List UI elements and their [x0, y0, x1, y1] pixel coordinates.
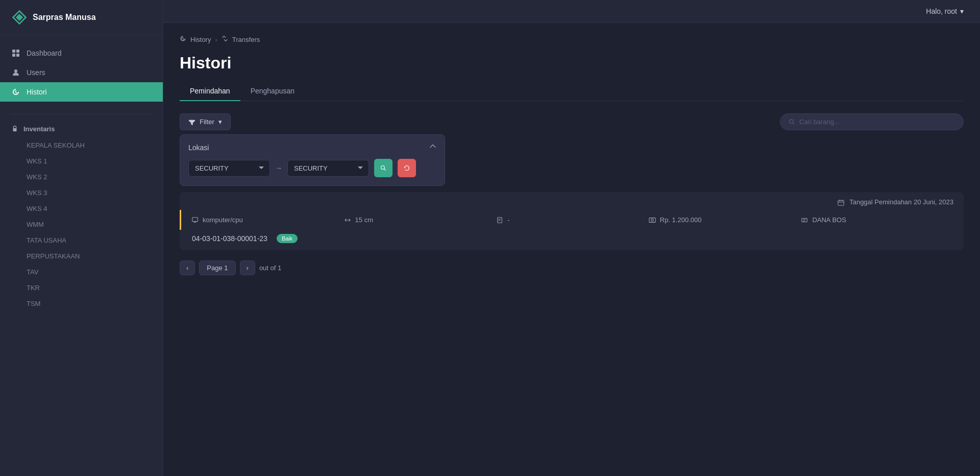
table-area: Tanggal Pemindahan 20 Juni, 2023 kompute… [180, 192, 964, 250]
sidebar-item-histori-label: Histori [27, 88, 47, 96]
svg-rect-2 [12, 50, 15, 53]
sidebar-nav: Dashboard Users Histori [0, 35, 163, 110]
inventaris-sub-items: KEPALA SEKOLAH WKS 1 WKS 2 WKS 3 WKS 4 W… [0, 137, 163, 312]
price-icon [649, 217, 656, 224]
sidebar-item-dashboard[interactable]: Dashboard [0, 43, 163, 63]
svg-rect-5 [16, 54, 19, 57]
users-icon [11, 68, 20, 77]
filter-from-select[interactable]: SECURITY [188, 160, 270, 177]
svg-point-8 [790, 120, 793, 123]
sub-kepala-sekolah[interactable]: KEPALA SEKOLAH [0, 137, 163, 153]
item-note-col: - [496, 216, 649, 224]
calendar-icon [838, 198, 846, 206]
note-icon [496, 217, 503, 224]
user-menu[interactable]: Halo, root ▾ [926, 7, 964, 15]
item-type-col: komputer/cpu [191, 216, 344, 224]
pagination: ‹ Page 1 › out of 1 [180, 260, 964, 275]
svg-point-23 [651, 219, 653, 221]
logo-icon [11, 9, 28, 26]
item-price: Rp. 1.200.000 [660, 216, 702, 224]
filter-search-button[interactable] [374, 159, 393, 177]
inventaris-section: Inventaris [0, 118, 163, 137]
table-date-label: Tanggal Pemindahan 20 Juni, 2023 [849, 198, 953, 206]
filter-button[interactable]: Filter ▾ [180, 113, 231, 130]
svg-rect-4 [12, 54, 15, 57]
item-fund: DANA BOS [812, 216, 846, 224]
breadcrumb-history-icon [180, 35, 186, 43]
breadcrumb-transfers-icon [222, 35, 228, 43]
dimension-icon [344, 217, 351, 224]
sub-wks1[interactable]: WKS 1 [0, 153, 163, 169]
status-badge: Baik [277, 234, 298, 243]
app-name: Sarpras Manusa [33, 13, 96, 22]
filter-panel-row: SECURITY → SECURITY [188, 159, 436, 177]
svg-rect-7 [13, 128, 17, 131]
page-label: Page 1 [199, 260, 235, 275]
filter-search-icon [380, 164, 386, 172]
lock-icon [11, 125, 18, 133]
sub-tsm[interactable]: TSM [0, 296, 163, 312]
svg-line-11 [384, 169, 386, 171]
filter-icon [188, 118, 195, 126]
reset-icon [404, 164, 410, 172]
content-area: History › Transfers Histori Pemindahan P… [163, 23, 980, 476]
svg-rect-24 [802, 218, 807, 222]
main-content: Halo, root ▾ History › Transfers Histori [163, 0, 980, 476]
svg-rect-19 [498, 217, 502, 223]
tab-penghapusan[interactable]: Penghapusan [240, 82, 305, 101]
collapse-icon[interactable] [429, 143, 436, 152]
sub-tkr[interactable]: TKR [0, 280, 163, 296]
sidebar-item-users-label: Users [27, 68, 45, 77]
item-dimension: 15 cm [355, 216, 373, 224]
breadcrumb-transfers-text: Transfers [232, 36, 260, 43]
tab-bar: Pemindahan Penghapusan [180, 82, 964, 101]
filter-to-select[interactable]: SECURITY [287, 160, 369, 177]
inventaris-label: Inventaris [23, 125, 55, 133]
item-note: - [507, 216, 509, 224]
item-fund-col: DANA BOS [801, 216, 953, 224]
sidebar-logo: Sarpras Manusa [0, 0, 163, 35]
sidebar-item-histori[interactable]: Histori [0, 82, 163, 102]
filter-panel-header: Lokasi [188, 143, 436, 152]
prev-page-button[interactable]: ‹ [180, 260, 195, 275]
arrow-right-icon: → [275, 164, 282, 172]
filter-reset-button[interactable] [398, 159, 416, 177]
svg-point-10 [381, 166, 385, 170]
filter-chevron-icon: ▾ [218, 118, 222, 126]
svg-rect-3 [16, 50, 19, 53]
filter-row: Filter ▾ [180, 113, 964, 130]
user-greeting: Halo, root [926, 7, 957, 15]
topbar: Halo, root ▾ [163, 0, 980, 23]
svg-point-6 [14, 69, 17, 73]
tab-pemindahan[interactable]: Pemindahan [180, 82, 240, 101]
sidebar-item-users[interactable]: Users [0, 63, 163, 82]
chevron-down-icon: ▾ [960, 7, 964, 15]
filter-button-label: Filter [200, 118, 214, 126]
sidebar-item-dashboard-label: Dashboard [27, 49, 62, 57]
item-code: 04-03-01-038-00001-23 [192, 234, 267, 243]
breadcrumb-separator: › [215, 36, 217, 43]
svg-rect-12 [838, 201, 844, 206]
sub-wks2[interactable]: WKS 2 [0, 169, 163, 185]
svg-marker-1 [16, 14, 23, 21]
computer-icon [191, 217, 199, 224]
sub-wmm[interactable]: WMM [0, 217, 163, 232]
sub-tav[interactable]: TAV [0, 264, 163, 280]
page-title: Histori [180, 54, 964, 73]
sub-wks4[interactable]: WKS 4 [0, 201, 163, 217]
svg-rect-22 [649, 218, 655, 222]
sidebar-divider [11, 114, 152, 114]
sub-tata-usaha[interactable]: TATA USAHA [0, 232, 163, 248]
breadcrumb-history-text: History [190, 36, 211, 43]
filter-panel: Lokasi SECURITY → SECURITY [180, 134, 445, 186]
search-box [780, 113, 964, 130]
table-date-row: Tanggal Pemindahan 20 Juni, 2023 [180, 192, 964, 210]
sidebar: Sarpras Manusa Dashboard Users [0, 0, 163, 476]
search-icon [789, 118, 795, 126]
sub-wks3[interactable]: WKS 3 [0, 185, 163, 201]
svg-line-9 [793, 123, 794, 124]
next-page-button[interactable]: › [240, 260, 255, 275]
sub-perpustakaan[interactable]: PERPUSTAKAAN [0, 248, 163, 264]
search-input[interactable] [799, 118, 955, 126]
item-type: komputer/cpu [203, 216, 243, 224]
